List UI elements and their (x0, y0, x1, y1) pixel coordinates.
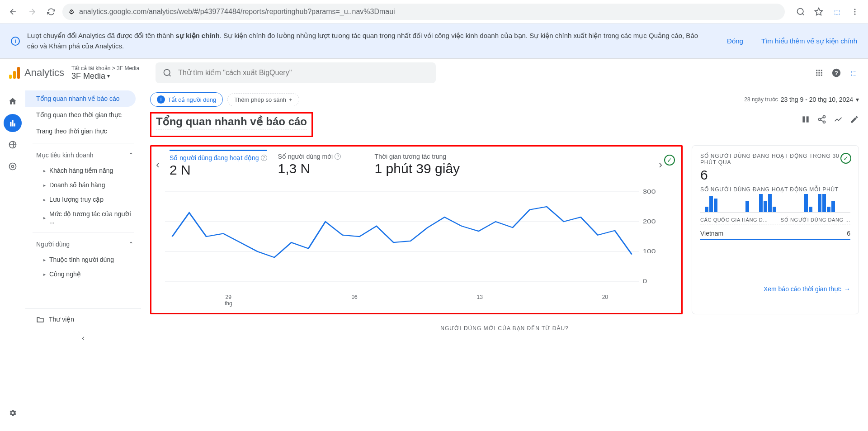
sidebar: Tổng quan nhanh về báo cáo Tổng quan the… (25, 87, 141, 431)
help-icon: ? (261, 155, 267, 161)
svg-point-22 (823, 116, 826, 118)
analytics-logo[interactable]: Analytics (9, 67, 64, 79)
rail-home-icon[interactable] (4, 92, 22, 110)
site-settings-icon[interactable]: ⚙ (69, 8, 75, 15)
metric-tab-active-users[interactable]: Số người dùng đang hoạt động ? 2 N (170, 150, 267, 182)
more-menu-icon[interactable] (847, 4, 863, 19)
search-icon[interactable] (793, 4, 808, 19)
svg-text:200: 200 (642, 218, 656, 225)
apps-grid-icon[interactable] (814, 67, 825, 78)
page-title-highlight: Tổng quan nhanh về báo cáo (150, 112, 313, 137)
metric-prev-button[interactable]: ‹ (156, 158, 160, 171)
account-avatar[interactable]: ⬚ (848, 67, 859, 78)
chip-add-compare[interactable]: Thêm phép so sánh + (227, 93, 299, 106)
edit-icon[interactable] (850, 115, 859, 125)
search-icon (163, 68, 172, 77)
page-title: Tổng quan nhanh về báo cáo (156, 115, 307, 129)
sidebar-library[interactable]: Thư viện (25, 308, 141, 330)
sidebar-collapse-button[interactable]: ‹ (25, 330, 141, 346)
svg-point-24 (823, 121, 826, 123)
rail-settings-icon[interactable] (4, 404, 22, 422)
sidebar-item-realtime-pages[interactable]: Trang theo thời gian thực (25, 123, 136, 139)
svg-point-0 (797, 8, 803, 14)
arrow-right-icon: → (844, 285, 850, 293)
nav-rail (0, 87, 25, 431)
sidebar-group-business[interactable]: Mục tiêu kinh doanh⌃ (25, 147, 141, 163)
svg-rect-7 (819, 70, 820, 71)
svg-rect-8 (821, 70, 822, 71)
metric-tab-new-users[interactable]: Số người dùng mới ? 1,3 N (278, 151, 364, 181)
insights-icon[interactable] (834, 115, 843, 125)
svg-rect-11 (821, 72, 822, 74)
app-header: Analytics Tất cả tài khoản > 3F Media 3F… (0, 59, 868, 87)
rail-reports-icon[interactable] (4, 114, 22, 132)
check-badge-icon: ✓ (664, 155, 675, 166)
svg-marker-1 (815, 8, 823, 15)
main-chart: 0100200300 (151, 182, 681, 292)
svg-point-5 (164, 70, 170, 76)
banner-text: Lượt chuyển đổi Analytics đã được đổi tê… (27, 31, 709, 51)
metric-tab-engagement-time[interactable]: Thời gian tương tác trung 1 phút 39 giây (375, 151, 461, 181)
section-question: NGƯỜI DÙNG MỚI CỦA BẠN ĐẾN TỪ ĐÂU? (150, 325, 859, 332)
minute-bars (700, 193, 850, 213)
chip-all-users[interactable]: TTất cả người dùng (150, 92, 223, 107)
rail-ads-icon[interactable] (4, 157, 22, 175)
back-button[interactable] (5, 4, 21, 19)
info-banner: i Lượt chuyển đổi Analytics đã được đổi … (0, 24, 868, 59)
reload-button[interactable] (43, 4, 59, 19)
view-realtime-link[interactable]: Xem báo cáo thời gian thực → (700, 285, 850, 293)
sidebar-sub-engagement[interactable]: Mức độ tương tác của người ... (25, 207, 141, 228)
account-selector[interactable]: Tất cả tài khoản > 3F Media 3F Media ▾ (71, 65, 139, 81)
sidebar-sub-traffic[interactable]: Lưu lượng truy cập (25, 192, 141, 207)
compare-icon[interactable] (801, 115, 810, 125)
search-input[interactable] (178, 69, 429, 77)
sidebar-item-overview[interactable]: Tổng quan nhanh về báo cáo (25, 90, 136, 107)
bookmark-star-icon[interactable] (811, 4, 826, 19)
svg-text:0: 0 (642, 278, 647, 284)
date-range-picker[interactable]: 28 ngày trước 23 thg 9 - 20 thg 10, 2024… (744, 96, 859, 103)
metrics-card-highlight: ‹ Số người dùng đang hoạt động ? 2 N Số … (150, 145, 683, 314)
content-area: TTất cả người dùng Thêm phép so sánh + 2… (141, 87, 868, 431)
svg-text:300: 300 (642, 189, 656, 195)
svg-rect-10 (819, 72, 820, 74)
browser-chrome: ⚙ analytics.google.com/analytics/web/#/p… (0, 0, 868, 24)
sidebar-item-realtime-overview[interactable]: Tổng quan theo thời gian thực (25, 107, 136, 123)
address-bar[interactable]: ⚙ analytics.google.com/analytics/web/#/p… (62, 4, 785, 20)
svg-point-4 (854, 13, 856, 14)
svg-point-3 (854, 11, 856, 12)
sidebar-group-user[interactable]: Người dùng⌃ (25, 236, 141, 252)
svg-point-23 (819, 118, 821, 121)
check-badge-icon: ✓ (840, 153, 851, 164)
sidebar-sub-attributes[interactable]: Thuộc tính người dùng (25, 252, 141, 267)
chevron-up-icon: ⌃ (128, 152, 134, 159)
rail-explore-icon[interactable] (4, 136, 22, 154)
svg-text:?: ? (835, 70, 838, 76)
svg-rect-21 (807, 116, 809, 122)
folder-icon (36, 315, 44, 323)
svg-rect-12 (816, 75, 817, 76)
svg-rect-14 (821, 75, 822, 76)
svg-text:100: 100 (642, 248, 656, 255)
svg-point-2 (854, 9, 856, 10)
share-icon[interactable] (817, 115, 826, 125)
svg-rect-13 (819, 75, 820, 76)
extension-icon[interactable]: ⬚ (829, 4, 844, 19)
search-bar[interactable] (156, 62, 436, 83)
forward-button[interactable] (24, 4, 40, 19)
learn-more-link[interactable]: Tìm hiểu thêm về sự kiện chính (761, 37, 857, 45)
dismiss-link[interactable]: Đóng (727, 37, 743, 45)
svg-rect-9 (816, 72, 817, 74)
url-text: analytics.google.com/analytics/web/#/p43… (79, 8, 395, 16)
sidebar-sub-leads[interactable]: Khách hàng tiềm năng (25, 163, 141, 178)
help-icon[interactable]: ? (831, 67, 842, 78)
sidebar-sub-tech[interactable]: Công nghệ (25, 267, 141, 281)
svg-point-19 (9, 163, 16, 170)
chevron-up-icon: ⌃ (128, 241, 134, 248)
table-row[interactable]: Vietnam 6 (700, 227, 850, 240)
sidebar-sub-sales[interactable]: Doanh số bán hàng (25, 178, 141, 192)
realtime-card: ✓ SỐ NGƯỜI DÙNG ĐANG HOẠT ĐỘNG TRONG 30 … (692, 145, 859, 314)
title-actions (801, 115, 859, 125)
chevron-down-icon: ▾ (856, 96, 859, 103)
svg-rect-6 (816, 70, 817, 71)
metric-next-button[interactable]: › (659, 158, 662, 171)
